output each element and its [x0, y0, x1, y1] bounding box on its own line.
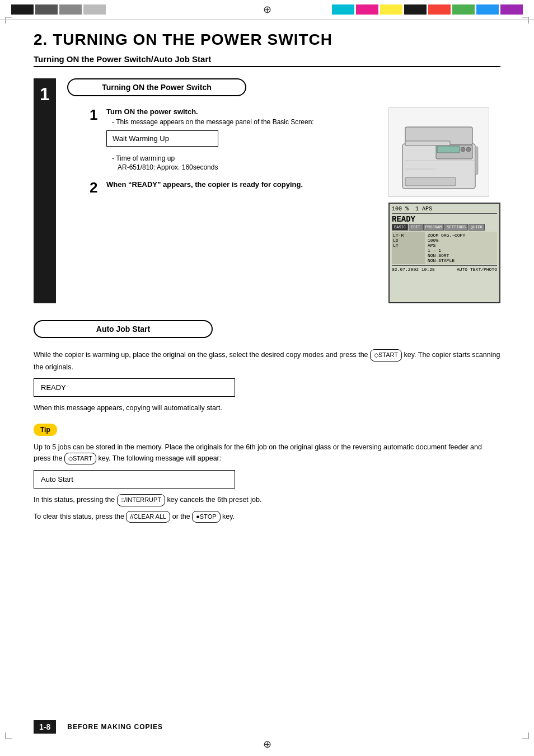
page-number: 1-8 — [34, 720, 56, 734]
color-block-violet — [500, 4, 523, 15]
step-tab: 1 — [34, 78, 56, 303]
copier-svg — [391, 110, 486, 194]
auto-job-section: Auto Job Start While the copier is warmi… — [34, 320, 500, 523]
step2-item: 2 When “READY” appears, the copier is re… — [90, 180, 377, 195]
step1-number: 1 — [90, 107, 101, 171]
step2-content: When “READY” appears, the copier is read… — [106, 180, 377, 195]
tip-body: Up to 5 jobs can be stored in the memory… — [34, 442, 500, 465]
page-footer: 1-8 BEFORE MAKING COPIES — [34, 720, 500, 734]
lcd-screen: 100 % 1 APS READY BASIC EDIT PROGRAM SET… — [388, 203, 500, 303]
lcd-bottom: 02.07.2002 10:25 AUTO TEXT/PHOTO — [392, 265, 497, 272]
color-block-magenta — [356, 4, 378, 15]
lcd-zoom-row: ZOOM ORG.→COPY — [428, 233, 496, 238]
content-right: 100 % 1 APS READY BASIC EDIT PROGRAM SET… — [388, 107, 500, 303]
step1-bullet2: Time of warming up — [112, 154, 377, 162]
corner-mark-bl — [6, 732, 12, 739]
color-block-green — [452, 4, 475, 15]
color-block-black2 — [404, 4, 427, 15]
section-subtitle: Turning ON the Power Switch/Auto Job Sta… — [34, 54, 500, 67]
content-area: 1 Turn ON the power switch. This message… — [90, 107, 500, 303]
lcd-ready: READY — [392, 215, 497, 224]
lcd-btn-basic: BASIC — [392, 224, 408, 231]
tip-start-key: ◇START — [64, 453, 96, 465]
color-block-cyan — [332, 4, 354, 15]
step1-list2: Time of warming up — [106, 154, 377, 162]
lcd-percent: 100 % 1 APS — [392, 206, 432, 212]
step2-title: When “READY” appears, the copier is read… — [106, 180, 377, 189]
step1-content: Turn ON the power switch. This message a… — [106, 107, 377, 171]
clear-all-key: //CLEAR ALL — [126, 511, 170, 523]
svg-rect-8 — [475, 147, 478, 175]
corner-mark-br — [522, 732, 528, 739]
lcd-btn-quick: QUICK — [469, 224, 485, 231]
lcd-buttons-row: BASIC EDIT PROGRAM SETTINGS QUICK — [392, 224, 497, 231]
content-left: 1 Turn ON the power switch. This message… — [90, 107, 377, 303]
lcd-btn-settings: SETTINGS — [444, 224, 468, 231]
lcd-ld: LD — [393, 238, 424, 243]
color-block-light — [83, 4, 106, 15]
lcd-btn-program: PROGRAM — [423, 224, 444, 231]
crosshair-bottom: ⊕ — [263, 738, 271, 750]
lcd-content-row: LT-R LD LT ZOOM ORG.→COPY 100% APS 1 — 1… — [392, 232, 497, 264]
color-block-dark — [35, 4, 58, 15]
color-blocks-left — [11, 4, 106, 15]
svg-rect-6 — [405, 177, 456, 186]
lcd-non-staple: NON-STAPLE — [428, 258, 496, 263]
section1-box: Turning ON the Power Switch — [67, 78, 246, 96]
svg-point-4 — [461, 147, 465, 152]
auto-start-message-box: Auto Start — [34, 470, 235, 489]
section2-box: Auto Job Start — [34, 320, 213, 338]
main-content: 2. TURNING ON THE POWER SWITCH Turning O… — [0, 20, 534, 561]
lcd-btn-edit: EDIT — [409, 224, 423, 231]
lcd-left-panel: LT-R LD LT — [392, 232, 425, 264]
color-block-yellow — [380, 4, 402, 15]
step2-number: 2 — [90, 180, 101, 195]
color-block-med — [59, 4, 82, 15]
lcd-lt: LT — [393, 243, 424, 248]
step1-title: Turn ON the power switch. — [106, 107, 377, 116]
step1-timing: AR-651/810: Approx. 160seconds — [106, 163, 377, 171]
auto-job-body1: While the copier is warming up, place th… — [34, 349, 500, 373]
crosshair-top: ⊕ — [263, 3, 271, 16]
lcd-zoom-val: 100% — [428, 238, 496, 243]
color-block-blue — [476, 4, 499, 15]
lcd-aps2: APS — [428, 243, 496, 248]
lcd-arrow: 1 — 1 — [428, 248, 496, 253]
tip-box: Tip — [34, 424, 57, 436]
start-key-1: ◇START — [370, 349, 402, 361]
auto-job-body2: When this message appears, copying will … — [34, 402, 500, 414]
ready-message-box: READY — [34, 378, 235, 397]
interrupt-key: ≡/INTERRUPT — [117, 494, 165, 506]
chapter-title: 2. TURNING ON THE POWER SWITCH — [34, 31, 500, 49]
footer-text: BEFORE MAKING COPIES — [67, 723, 163, 731]
step1-list: This message appears on the message pane… — [106, 118, 377, 126]
lcd-ltr: LT-R — [393, 233, 424, 238]
stop-key: ●STOP — [192, 511, 220, 523]
lcd-right-panel: ZOOM ORG.→COPY 100% APS 1 — 1 NON-SORT N… — [427, 232, 497, 264]
svg-point-5 — [466, 147, 471, 152]
status-text1: In this status, pressing the ≡/INTERRUPT… — [34, 494, 500, 506]
color-blocks-right — [332, 4, 523, 15]
lcd-top: 100 % 1 APS — [392, 206, 497, 214]
step1-bullet1: This message appears on the message pane… — [112, 118, 377, 126]
clear-text: To clear this status, press the //CLEAR … — [34, 511, 500, 523]
lcd-datetime: 02.07.2002 10:25 — [392, 267, 435, 272]
step-container: 1 Turning ON the Power Switch 1 Turn ON … — [34, 78, 500, 303]
svg-rect-7 — [405, 141, 450, 145]
lcd-non-sort: NON-SORT — [428, 253, 496, 258]
svg-rect-3 — [437, 146, 460, 153]
top-bar: ⊕ — [0, 0, 534, 20]
lcd-auto-text: AUTO TEXT/PHOTO — [457, 267, 497, 272]
copier-image — [388, 107, 489, 197]
color-block-black — [11, 4, 34, 15]
color-block-red — [428, 4, 451, 15]
step1-item: 1 Turn ON the power switch. This message… — [90, 107, 377, 171]
step1-message-box: Wait Warming Up — [106, 130, 218, 147]
